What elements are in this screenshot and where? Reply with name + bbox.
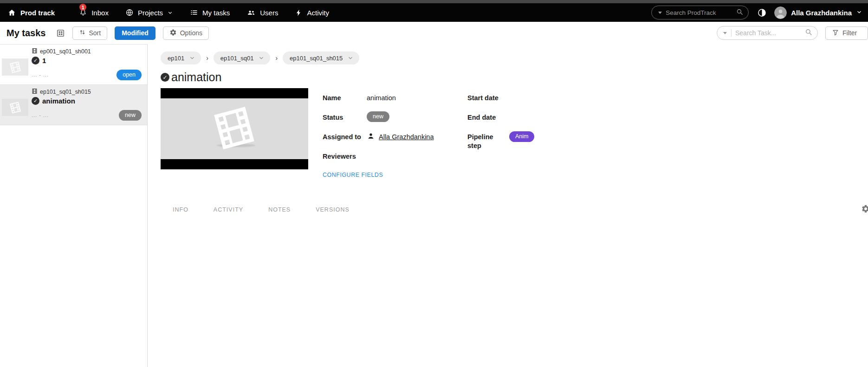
grid-view-icon[interactable] <box>56 29 65 38</box>
tab-info[interactable]: INFO <box>165 206 196 213</box>
filter-label: Filter <box>842 29 857 37</box>
task-fields: Name animation Status new Assigned to <box>323 88 534 191</box>
letterbox-bar <box>161 88 308 98</box>
shot-line: ep101_sq01_sh015 <box>32 88 142 96</box>
breadcrumb-sequence-label: ep101_sq01 <box>220 55 254 62</box>
lightning-icon <box>295 9 303 17</box>
user-chevron-down-icon <box>856 9 862 17</box>
pipeline-step-label: Pipeline step <box>467 133 500 150</box>
brand-label: Prod track <box>20 9 55 17</box>
task-list-icon <box>190 8 198 17</box>
filter-button[interactable]: Filter <box>825 26 868 40</box>
task-title: animation <box>171 71 221 84</box>
check-icon <box>32 57 39 64</box>
chevron-down-icon[interactable] <box>258 55 265 61</box>
task-card-ep001-sq01-sh001[interactable]: ep001_sq01_sh001 1 ... - ... open <box>0 45 147 85</box>
film-icon <box>32 88 38 96</box>
shot-line: ep001_sq01_sh001 <box>32 48 142 55</box>
detail-tabs: INFO ACTIVITY NOTES VERSIONS <box>161 204 868 216</box>
name-value: animation <box>367 94 396 103</box>
pipeline-step-badge: Anim <box>509 131 534 142</box>
breadcrumb-shot[interactable]: ep101_sq01_sh015 <box>283 52 359 64</box>
tab-activity[interactable]: ACTIVITY <box>206 206 251 213</box>
shot-name: ep001_sq01_sh001 <box>40 48 91 55</box>
nav-inbox-label: Inbox <box>91 9 109 17</box>
page-toolbar: My tasks Sort Modified Options <box>0 22 868 44</box>
navbar-right: Alla Grazhdankina <box>651 6 863 19</box>
breadcrumb-sequence[interactable]: ep101_sq01 <box>214 52 271 64</box>
search-scope-caret-icon[interactable] <box>658 12 662 14</box>
status-label: Status <box>323 113 367 122</box>
gear-icon[interactable] <box>861 204 868 213</box>
nav-my-tasks[interactable]: My tasks <box>190 8 230 17</box>
nav-projects[interactable]: Projects <box>125 8 173 17</box>
task-search[interactable] <box>717 26 818 40</box>
status-badge: open <box>117 70 142 80</box>
avatar <box>774 6 787 19</box>
nav-inbox[interactable]: 1 Inbox <box>79 8 109 17</box>
name-label: Name <box>323 94 367 103</box>
task-preview-player[interactable] <box>161 88 308 169</box>
nav-my-tasks-label: My tasks <box>202 9 230 17</box>
chevron-down-icon[interactable] <box>347 55 354 61</box>
user-menu[interactable]: Alla Grazhdankina <box>774 6 863 19</box>
check-icon <box>32 97 39 105</box>
status-badge: new <box>119 110 142 121</box>
status-badge: new <box>367 111 389 122</box>
globe-icon <box>125 8 134 17</box>
bell-icon: 1 <box>79 8 87 17</box>
task-name: 1 <box>42 57 46 64</box>
tab-notes[interactable]: NOTES <box>261 206 298 213</box>
breadcrumb-separator: › <box>275 54 278 62</box>
funnel-icon <box>832 29 839 38</box>
nav-users[interactable]: Users <box>246 8 278 17</box>
task-card-ep101-sq01-sh015[interactable]: ep101_sq01_sh015 animation ... - ... new <box>0 85 147 125</box>
search-icon[interactable] <box>736 8 744 18</box>
sort-label: Sort <box>89 29 101 37</box>
breadcrumb-episode-label: ep101 <box>168 55 184 62</box>
chevron-down-icon[interactable] <box>189 55 195 61</box>
options-button[interactable]: Options <box>163 26 209 40</box>
sort-button[interactable]: Sort <box>72 26 108 40</box>
breadcrumb-episode[interactable]: ep101 <box>161 52 201 64</box>
tab-versions[interactable]: VERSIONS <box>308 206 357 213</box>
modified-filter-button[interactable]: Modified <box>115 26 155 40</box>
task-list-sidebar: ep001_sq01_sh001 1 ... - ... open ep101_… <box>0 44 148 367</box>
end-date-label: End date <box>467 113 500 122</box>
task-line: 1 <box>32 57 142 64</box>
nav-activity[interactable]: Activity <box>295 9 329 17</box>
film-icon <box>32 48 38 55</box>
reviewers-label: Reviewers <box>323 152 367 161</box>
shot-thumbnail <box>2 58 28 76</box>
toolbar-right: Filter <box>717 26 868 40</box>
configure-fields-link[interactable]: CONFIGURE FIELDS <box>323 172 383 178</box>
breadcrumb-separator: › <box>206 54 208 62</box>
shot-thumbnail <box>2 99 28 116</box>
global-search[interactable] <box>651 6 749 19</box>
assignee-link[interactable]: Alla Grazhdankina <box>379 133 434 142</box>
preview-placeholder <box>161 98 308 159</box>
users-icon <box>246 8 256 17</box>
search-icon[interactable] <box>804 28 813 38</box>
home-icon <box>7 8 16 17</box>
film-icon <box>208 102 261 156</box>
theme-contrast-icon[interactable] <box>757 8 767 18</box>
global-search-input[interactable] <box>666 9 732 16</box>
brand-home[interactable]: Prod track <box>7 8 55 17</box>
task-line: animation <box>32 97 142 105</box>
assigned-to-label: Assigned to <box>323 133 367 142</box>
task-name: animation <box>42 97 75 105</box>
task-title-row: animation <box>161 71 868 84</box>
start-date-label: Start date <box>467 94 500 103</box>
task-search-input[interactable] <box>735 29 801 37</box>
modified-label: Modified <box>122 29 149 37</box>
nav-projects-label: Projects <box>138 9 163 17</box>
check-icon <box>161 73 169 82</box>
page-title: My tasks <box>6 28 46 39</box>
breadcrumb-shot-label: ep101_sq01_sh015 <box>290 55 343 62</box>
chevron-down-icon <box>167 10 173 16</box>
shot-name: ep101_sq01_sh015 <box>40 89 91 95</box>
divider <box>731 29 732 37</box>
task-search-caret-icon[interactable] <box>723 32 727 34</box>
sort-icon <box>79 29 86 37</box>
